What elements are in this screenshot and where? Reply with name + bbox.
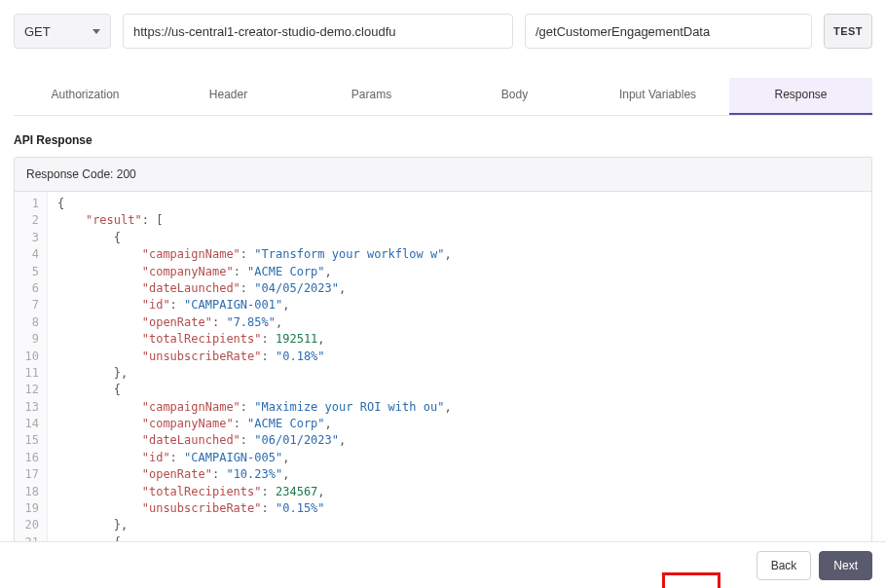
response-panel: Response Code: 200 123456789101112131415… — [14, 157, 872, 563]
response-body-viewer[interactable]: 1234567891011121314151617181920212223242… — [15, 192, 871, 562]
response-code-label: Response Code: 200 — [15, 158, 871, 192]
tab-params[interactable]: Params — [300, 78, 443, 115]
next-button[interactable]: Next — [819, 551, 872, 580]
tabs: Authorization Header Params Body Input V… — [14, 78, 872, 116]
tab-input-variables[interactable]: Input Variables — [586, 78, 729, 115]
test-button[interactable]: TEST — [824, 14, 872, 49]
http-method-value: GET — [24, 24, 51, 39]
http-method-select[interactable]: GET — [14, 14, 111, 49]
path-input[interactable] — [525, 14, 812, 49]
chevron-down-icon — [92, 29, 100, 34]
response-section-title: API Response — [14, 133, 872, 147]
tab-header[interactable]: Header — [157, 78, 300, 115]
tab-response[interactable]: Response — [729, 78, 872, 115]
tab-authorization[interactable]: Authorization — [14, 78, 157, 115]
footer-bar: Back Next — [0, 541, 886, 588]
back-button[interactable]: Back — [757, 551, 812, 580]
base-url-input[interactable] — [123, 14, 513, 49]
tab-body[interactable]: Body — [443, 78, 586, 115]
